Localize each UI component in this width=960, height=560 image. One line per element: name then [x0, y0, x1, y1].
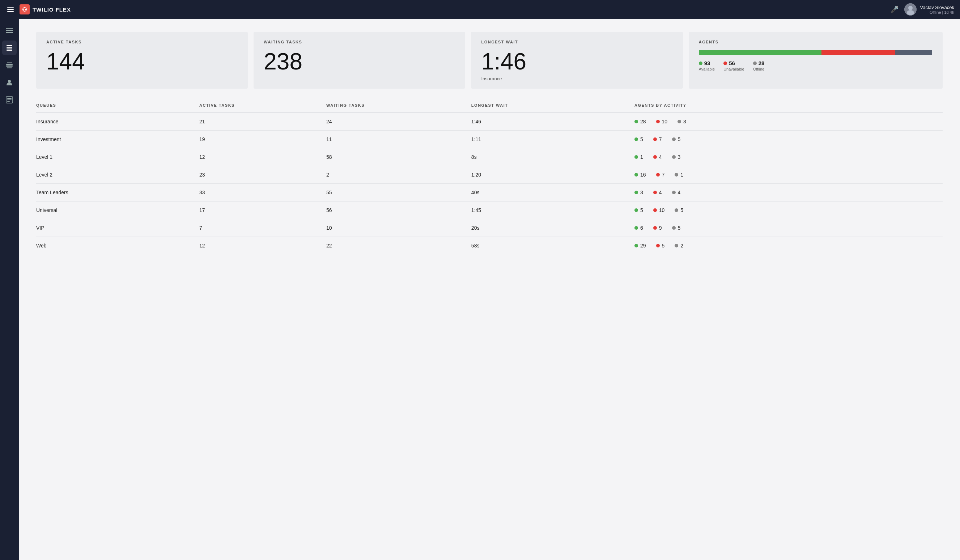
topnav-right: 🎤 Vaclav Slovacek Offline | 1d 4h: [891, 3, 954, 16]
cell-agents-6: 6 9 5: [634, 219, 942, 237]
dot-available-2: [634, 155, 638, 159]
svg-point-16: [8, 80, 11, 83]
waiting-tasks-card: WAITING TASKS 238: [254, 32, 465, 89]
legend-unavailable-count: 56: [729, 60, 735, 66]
dot-unavailable-3: [656, 173, 660, 176]
cell-active-7: 12: [199, 237, 326, 255]
longest-wait-card: LONGEST WAIT 1:46 Insurance: [471, 32, 683, 89]
sidebar-item-reports[interactable]: [2, 93, 17, 107]
activity-offline-5: 5: [675, 207, 683, 213]
topnav-left: TWILIO FLEX: [6, 4, 71, 14]
agents-bar: [699, 50, 933, 55]
svg-rect-18: [7, 98, 11, 99]
dot-offline-3: [675, 173, 678, 176]
activity-available-1: 5: [634, 136, 643, 142]
legend-available: 93 Available: [699, 60, 715, 71]
cell-longest-7: 58s: [471, 237, 634, 255]
svg-point-2: [25, 9, 26, 10]
svg-rect-7: [6, 30, 13, 31]
activity-available-5: 5: [634, 207, 643, 213]
svg-point-4: [908, 6, 913, 10]
cell-queue-3: Level 2: [36, 166, 199, 184]
sidebar-item-menu[interactable]: [2, 23, 17, 38]
offline-count-4: 4: [678, 190, 681, 195]
legend-offline: 28 Offline: [753, 60, 765, 71]
unavailable-count-7: 5: [662, 243, 665, 248]
cell-waiting-2: 58: [326, 148, 471, 166]
available-count-2: 1: [640, 154, 643, 160]
col-header-active: ACTIVE TASKS: [199, 103, 326, 113]
main-content: ACTIVE TASKS 144 WAITING TASKS 238 LONGE…: [19, 19, 960, 560]
topnav: TWILIO FLEX 🎤 Vaclav Slovacek Offline | …: [0, 0, 960, 19]
waiting-tasks-value: 238: [264, 50, 455, 73]
agents-bar-unavailable: [821, 50, 895, 55]
active-tasks-label: ACTIVE TASKS: [46, 40, 238, 44]
dot-offline-5: [675, 208, 678, 212]
cell-agents-1: 5 7 5: [634, 131, 942, 148]
user-name: Vaclav Slovacek: [920, 5, 954, 10]
cell-active-3: 23: [199, 166, 326, 184]
offline-count-2: 3: [678, 154, 681, 160]
cell-queue-5: Universal: [36, 202, 199, 219]
dot-unavailable-5: [653, 208, 657, 212]
cell-active-0: 21: [199, 113, 326, 131]
dot-available-5: [634, 208, 638, 212]
dot-available-6: [634, 226, 638, 230]
hamburger-button[interactable]: [6, 5, 15, 13]
table-row: Insurance 21 24 1:46 28 10 3: [36, 113, 942, 131]
sidebar-item-contacts[interactable]: [2, 75, 17, 90]
avatar-image: [904, 3, 917, 16]
table-row: Team Leaders 33 55 40s 3 4 4: [36, 184, 942, 202]
dot-offline-2: [672, 155, 676, 159]
cell-active-2: 12: [199, 148, 326, 166]
sidebar-item-layers[interactable]: [2, 40, 17, 55]
dot-unavailable-7: [656, 244, 660, 248]
table-row: Level 2 23 2 1:20 16 7 1: [36, 166, 942, 184]
dot-offline-1: [672, 138, 676, 141]
dot-offline: [753, 61, 757, 65]
twilio-logo-icon: [19, 4, 30, 14]
unavailable-count-4: 4: [659, 190, 662, 195]
activity-unavailable-3: 7: [656, 172, 665, 178]
offline-count-6: 5: [678, 225, 681, 231]
agents-card: AGENTS 93 Available 56: [689, 32, 942, 89]
activity-offline-7: 2: [675, 243, 683, 248]
cell-waiting-1: 11: [326, 131, 471, 148]
app-logo: TWILIO FLEX: [19, 4, 71, 14]
activity-available-6: 6: [634, 225, 643, 231]
svg-rect-8: [6, 32, 13, 33]
cell-queue-4: Team Leaders: [36, 184, 199, 202]
cell-waiting-3: 2: [326, 166, 471, 184]
dot-offline-7: [675, 244, 678, 248]
activity-unavailable-4: 4: [653, 190, 662, 195]
cell-waiting-5: 56: [326, 202, 471, 219]
legend-unavailable: 56 Unavailable: [723, 60, 744, 71]
dot-unavailable-1: [653, 138, 657, 141]
svg-point-5: [907, 10, 914, 15]
dot-available-4: [634, 190, 638, 194]
sidebar-item-stack[interactable]: [2, 58, 17, 72]
cell-active-1: 19: [199, 131, 326, 148]
svg-rect-0: [19, 4, 30, 14]
dot-offline-0: [677, 120, 681, 123]
user-section[interactable]: Vaclav Slovacek Offline | 1d 4h: [904, 3, 954, 16]
activity-available-0: 28: [634, 118, 646, 125]
microphone-icon[interactable]: 🎤: [891, 5, 899, 13]
table-row: Level 1 12 58 8s 1 4 3: [36, 148, 942, 166]
agents-bar-available: [699, 50, 821, 55]
user-info: Vaclav Slovacek Offline | 1d 4h: [920, 5, 954, 14]
dot-unavailable-0: [656, 120, 660, 123]
stat-cards: ACTIVE TASKS 144 WAITING TASKS 238 LONGE…: [36, 32, 942, 89]
dot-available-0: [634, 120, 638, 123]
offline-count-5: 5: [680, 207, 683, 213]
cell-queue-6: VIP: [36, 219, 199, 237]
activity-offline-0: 3: [677, 118, 686, 125]
unavailable-count-3: 7: [662, 172, 665, 178]
waiting-tasks-label: WAITING TASKS: [264, 40, 455, 44]
cell-longest-4: 40s: [471, 184, 634, 202]
activity-available-2: 1: [634, 154, 643, 160]
available-count-4: 3: [640, 190, 643, 195]
activity-available-7: 29: [634, 243, 646, 248]
cell-waiting-7: 22: [326, 237, 471, 255]
cell-waiting-4: 55: [326, 184, 471, 202]
